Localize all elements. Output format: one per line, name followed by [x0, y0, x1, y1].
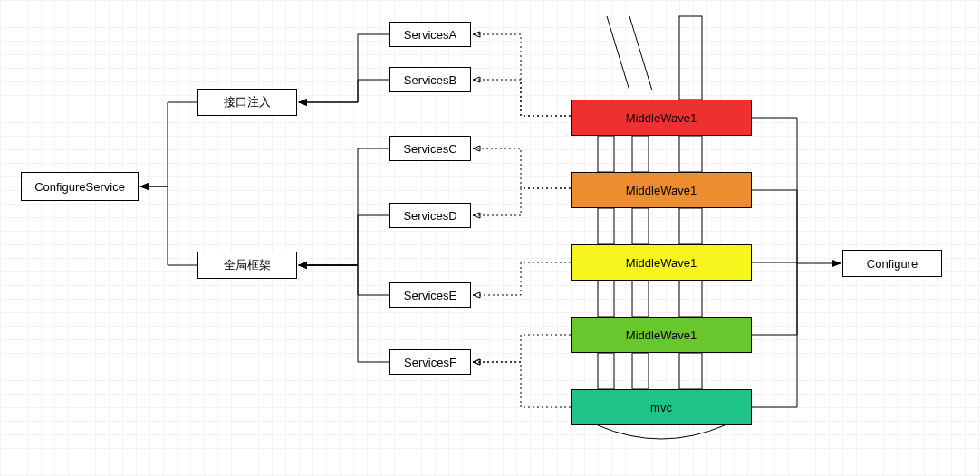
svg-rect-12 [679, 353, 702, 389]
svg-rect-8 [679, 16, 702, 100]
configure-node: Configure [842, 250, 942, 277]
services-d-node: ServicesD [389, 203, 471, 228]
middleware-2-node: MiddleWave1 [571, 172, 752, 208]
services-f-node: ServicesF [389, 349, 471, 375]
services-a-node: ServicesA [389, 22, 471, 47]
svg-rect-0 [598, 136, 614, 172]
middleware-3-node: MiddleWave1 [571, 244, 752, 281]
configure-service-node: ConfigureService [21, 172, 139, 201]
services-b-node: ServicesB [389, 67, 471, 92]
svg-rect-6 [632, 281, 649, 317]
svg-rect-3 [598, 353, 614, 389]
svg-rect-1 [598, 208, 614, 244]
svg-rect-7 [632, 353, 649, 389]
services-e-node: ServicesE [389, 282, 471, 308]
svg-rect-2 [598, 281, 614, 317]
svg-rect-9 [679, 136, 702, 172]
services-c-node: ServicesC [389, 136, 471, 161]
svg-rect-11 [679, 281, 702, 317]
diagram-edges [0, 0, 980, 476]
middleware-1-node: MiddleWave1 [571, 100, 752, 136]
global-framework-node: 全局框架 [197, 252, 297, 279]
middleware-mvc-node: mvc [571, 389, 752, 425]
middleware-4-node: MiddleWave1 [571, 317, 752, 353]
svg-rect-10 [679, 208, 702, 244]
interface-injection-node: 接口注入 [197, 89, 297, 116]
svg-rect-4 [632, 136, 649, 172]
svg-rect-5 [632, 208, 649, 244]
